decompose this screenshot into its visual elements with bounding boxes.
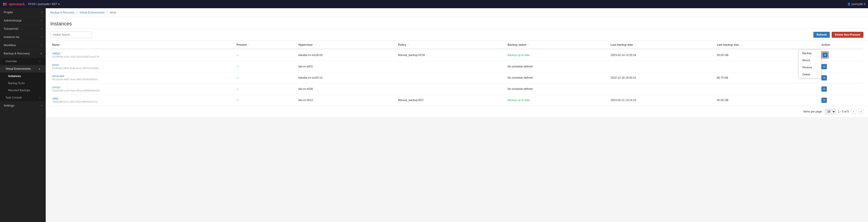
sort-icon-present[interactable]: ↑↓ bbox=[248, 44, 250, 46]
cell-action: ≡ bbox=[819, 84, 863, 95]
table-row: cirros-test451d1e5e-4d87-4ca1-8fb2-0f1bf… bbox=[50, 72, 863, 84]
breadcrumb: Backup & Recovery / Virtual Environments… bbox=[46, 8, 868, 17]
sidebar-item-projekt[interactable]: Projekt › bbox=[0, 8, 46, 17]
cell-last-backup-size bbox=[715, 84, 820, 95]
col-last-backup-size-label: Last backup size bbox=[717, 43, 739, 46]
cell-last-backup-date bbox=[609, 84, 715, 95]
items-per-page-select[interactable]: 10 25 50 bbox=[825, 109, 836, 114]
action-menu-button[interactable]: ≡ bbox=[822, 64, 827, 69]
user-dropdown-icon[interactable]: ▾ bbox=[864, 2, 865, 6]
refresh-button[interactable]: Refresh bbox=[813, 32, 830, 38]
svg-point-3 bbox=[3, 5, 4, 5]
sidebar-item-workflow[interactable]: Workflow › bbox=[0, 41, 46, 50]
sidebar-item-tozsamosc[interactable]: Tożsamość › bbox=[0, 25, 46, 33]
sidebar-item-instance-ha[interactable]: Instance-ha › bbox=[0, 33, 46, 41]
sidebar-item-settings[interactable]: Settings › bbox=[0, 101, 46, 110]
present-check-icon: ✓ bbox=[237, 87, 239, 91]
cell-present: ✓ bbox=[235, 84, 297, 95]
dropdown-item-mount[interactable]: Mount bbox=[799, 57, 821, 64]
openstack-logo: openstack. bbox=[3, 2, 25, 6]
cell-last-backup-date bbox=[609, 61, 715, 72]
dropdown-item-delete[interactable]: Delete bbox=[799, 71, 821, 78]
action-menu-button[interactable]: ≡ bbox=[822, 75, 827, 81]
breadcrumb-none: None bbox=[110, 11, 116, 14]
sidebar-sub-item-overview[interactable]: Overview › bbox=[0, 58, 46, 65]
topbar-project[interactable]: PCSS • pszmydki • BST ▾ bbox=[28, 2, 60, 6]
col-action: Action bbox=[819, 41, 863, 49]
chevron-down-icon: ∨ bbox=[39, 68, 40, 70]
prev-page-button[interactable]: ‹ bbox=[851, 109, 856, 114]
instance-name-link[interactable]: cirros-test bbox=[52, 74, 64, 78]
table-body: Utility2c529969e-e7e1-4197-b319-653f7cec… bbox=[50, 49, 863, 106]
instance-name-link[interactable]: cirros2 bbox=[52, 86, 60, 89]
svg-point-2 bbox=[3, 3, 4, 4]
breadcrumb-virtual-environments[interactable]: Virtual Environments bbox=[79, 11, 105, 14]
dropdown-item-restore[interactable]: Restore bbox=[799, 64, 821, 71]
next-page-button[interactable]: › bbox=[859, 109, 863, 114]
cell-hypervisor: klaudia-cn-sm18-03 bbox=[297, 49, 396, 61]
sort-icon-backup-status[interactable]: ↑↓ bbox=[527, 44, 530, 46]
backup-status-text: No schedule defined bbox=[507, 65, 532, 68]
table-header: Name ↑↓ Present ↑↓ Hypervisor ↑↓ Polic bbox=[50, 41, 863, 49]
cell-action: ≡BackupMountRestoreDelete bbox=[819, 49, 863, 61]
sidebar-sub-sub-item-backup-slas[interactable]: Backup SLAs bbox=[0, 80, 46, 87]
cell-name: cirros252a3b3d0-ce2d-4aec-8c1a-4999b060b… bbox=[50, 84, 235, 95]
sidebar-sub-sub-item-instances[interactable]: Instances bbox=[0, 73, 46, 80]
page-header: Instances bbox=[46, 17, 868, 29]
col-backup-status: Backup status ↑↓ bbox=[506, 41, 609, 49]
sort-icon-name[interactable]: ↑↓ bbox=[61, 44, 63, 46]
sort-icon-last-backup-date[interactable]: ↑↓ bbox=[634, 44, 637, 46]
cell-hypervisor: klaudia-cn-sm20-13 bbox=[297, 72, 396, 84]
instance-name-link[interactable]: cirros bbox=[52, 63, 59, 66]
cell-policy bbox=[396, 61, 506, 72]
action-menu-button[interactable]: ≡ bbox=[822, 98, 827, 103]
cell-backup-status: Backup up to date bbox=[506, 95, 609, 106]
instance-name-link[interactable]: Utility2 bbox=[52, 52, 60, 55]
chevron-right-icon: › bbox=[41, 104, 42, 107]
sidebar-sub-item-task-console[interactable]: Task Console › bbox=[0, 94, 46, 101]
sidebar-label-workflow: Workflow bbox=[4, 43, 16, 47]
chevron-right-icon: › bbox=[41, 11, 42, 13]
sidebar-sub-item-virtual-environments[interactable]: Virtual Environments ∨ bbox=[0, 65, 46, 73]
table-row: cirros252a3b3d0-ce2d-4aec-8c1a-4999b060b… bbox=[50, 84, 863, 95]
delete-non-present-button[interactable]: Delete Non-Present bbox=[832, 32, 863, 38]
sort-icon-hypervisor[interactable]: ↑↓ bbox=[314, 44, 316, 46]
project-dropdown-icon[interactable]: ▾ bbox=[58, 2, 60, 6]
present-check-icon: ✓ bbox=[237, 53, 239, 57]
col-last-backup-size: Last backup size ↑↓ bbox=[715, 41, 820, 49]
toolbar-right: Refresh Delete Non-Present bbox=[813, 32, 863, 38]
cell-last-backup-size: 40.00 GB bbox=[715, 95, 820, 106]
cell-present: ✓ bbox=[235, 95, 297, 106]
action-menu-button[interactable]: ≡ bbox=[822, 52, 828, 58]
cell-backup-status: No schedule defined bbox=[506, 84, 609, 95]
action-menu-button[interactable]: ≡ bbox=[822, 87, 827, 92]
instance-uuid: 451d1e5e-4d87-4ca1-8fb2-0f1bfd2082ec bbox=[52, 78, 98, 81]
cell-name: cirros-test451d1e5e-4d87-4ca1-8fb2-0f1bf… bbox=[50, 72, 235, 84]
topbar-right: 👤 pszmydki ▾ bbox=[847, 2, 865, 6]
chevron-right-icon: › bbox=[41, 27, 42, 30]
present-check-icon: ✓ bbox=[237, 65, 239, 68]
sidebar: Projekt › Administracja › Tożsamość › In… bbox=[0, 8, 46, 222]
sidebar-label-tozsamosc: Tożsamość bbox=[4, 27, 19, 30]
sidebar-item-backup-recovery[interactable]: Backup & Recovery ∨ bbox=[0, 50, 46, 58]
layout: Projekt › Administracja › Tożsamość › In… bbox=[0, 8, 868, 222]
cell-policy bbox=[396, 72, 506, 84]
sidebar-label-instance-ha: Instance-ha bbox=[4, 35, 19, 39]
cell-last-backup-date: 2023-02-21 13:14:23 bbox=[609, 95, 715, 106]
sidebar-label-backup-recovery: Backup & Recovery bbox=[4, 52, 30, 55]
instance-name-link[interactable]: utility bbox=[52, 97, 58, 100]
backup-status-text: No schedule defined bbox=[507, 87, 532, 91]
search-input[interactable] bbox=[50, 32, 91, 38]
dropdown-item-backup[interactable]: Backup bbox=[799, 50, 821, 57]
col-policy: Policy ↑↓ bbox=[396, 41, 506, 49]
col-name: Name ↑↓ bbox=[50, 41, 235, 49]
table-row: Utility2c529969e-e7e1-4197-b319-653f7cec… bbox=[50, 49, 863, 61]
page-info: 1 - 5 of 5 bbox=[838, 110, 849, 113]
sidebar-item-administracja[interactable]: Administracja › bbox=[0, 17, 46, 25]
sort-icon-last-backup-size[interactable]: ↑↓ bbox=[740, 44, 742, 46]
sort-icon-policy[interactable]: ↑↓ bbox=[407, 44, 410, 46]
breadcrumb-backup-recovery[interactable]: Backup & Recovery bbox=[50, 11, 74, 14]
action-dropdown-menu: BackupMountRestoreDelete bbox=[799, 50, 822, 78]
sidebar-sub-sub-item-mounted-backups[interactable]: Mounted Backups bbox=[0, 87, 46, 94]
cell-present: ✓ bbox=[235, 49, 297, 61]
